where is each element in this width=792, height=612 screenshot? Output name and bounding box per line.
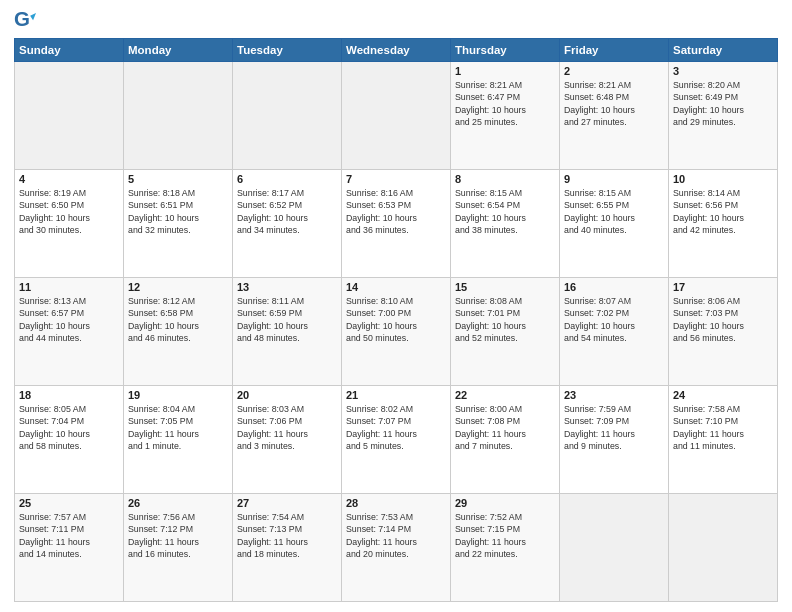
calendar-cell: 5Sunrise: 8:18 AMSunset: 6:51 PMDaylight… <box>124 170 233 278</box>
calendar-cell <box>560 494 669 602</box>
day-info: Sunrise: 8:16 AMSunset: 6:53 PMDaylight:… <box>346 187 446 236</box>
calendar-cell: 22Sunrise: 8:00 AMSunset: 7:08 PMDayligh… <box>451 386 560 494</box>
day-number: 19 <box>128 389 228 401</box>
calendar-cell: 14Sunrise: 8:10 AMSunset: 7:00 PMDayligh… <box>342 278 451 386</box>
day-number: 24 <box>673 389 773 401</box>
weekday-header: Tuesday <box>233 39 342 62</box>
calendar-cell: 25Sunrise: 7:57 AMSunset: 7:11 PMDayligh… <box>15 494 124 602</box>
calendar-week-row: 18Sunrise: 8:05 AMSunset: 7:04 PMDayligh… <box>15 386 778 494</box>
calendar-cell: 19Sunrise: 8:04 AMSunset: 7:05 PMDayligh… <box>124 386 233 494</box>
calendar-cell: 12Sunrise: 8:12 AMSunset: 6:58 PMDayligh… <box>124 278 233 386</box>
calendar-cell: 13Sunrise: 8:11 AMSunset: 6:59 PMDayligh… <box>233 278 342 386</box>
day-info: Sunrise: 8:21 AMSunset: 6:48 PMDaylight:… <box>564 79 664 128</box>
weekday-header: Thursday <box>451 39 560 62</box>
day-info: Sunrise: 8:18 AMSunset: 6:51 PMDaylight:… <box>128 187 228 236</box>
calendar-cell: 21Sunrise: 8:02 AMSunset: 7:07 PMDayligh… <box>342 386 451 494</box>
weekday-header: Friday <box>560 39 669 62</box>
day-info: Sunrise: 8:06 AMSunset: 7:03 PMDaylight:… <box>673 295 773 344</box>
logo: G <box>14 10 40 32</box>
day-number: 1 <box>455 65 555 77</box>
calendar-cell <box>15 62 124 170</box>
day-info: Sunrise: 7:58 AMSunset: 7:10 PMDaylight:… <box>673 403 773 452</box>
calendar-cell: 10Sunrise: 8:14 AMSunset: 6:56 PMDayligh… <box>669 170 778 278</box>
day-number: 26 <box>128 497 228 509</box>
day-number: 12 <box>128 281 228 293</box>
calendar-table: SundayMondayTuesdayWednesdayThursdayFrid… <box>14 38 778 602</box>
svg-text:G: G <box>14 10 30 30</box>
calendar-cell: 7Sunrise: 8:16 AMSunset: 6:53 PMDaylight… <box>342 170 451 278</box>
day-number: 11 <box>19 281 119 293</box>
day-info: Sunrise: 8:17 AMSunset: 6:52 PMDaylight:… <box>237 187 337 236</box>
day-number: 5 <box>128 173 228 185</box>
day-info: Sunrise: 8:04 AMSunset: 7:05 PMDaylight:… <box>128 403 228 452</box>
day-number: 9 <box>564 173 664 185</box>
calendar-week-row: 1Sunrise: 8:21 AMSunset: 6:47 PMDaylight… <box>15 62 778 170</box>
calendar-cell <box>669 494 778 602</box>
day-number: 20 <box>237 389 337 401</box>
day-number: 3 <box>673 65 773 77</box>
day-info: Sunrise: 8:08 AMSunset: 7:01 PMDaylight:… <box>455 295 555 344</box>
day-info: Sunrise: 7:54 AMSunset: 7:13 PMDaylight:… <box>237 511 337 560</box>
day-info: Sunrise: 8:00 AMSunset: 7:08 PMDaylight:… <box>455 403 555 452</box>
day-info: Sunrise: 8:03 AMSunset: 7:06 PMDaylight:… <box>237 403 337 452</box>
day-number: 14 <box>346 281 446 293</box>
logo-icon: G <box>14 10 36 32</box>
day-number: 28 <box>346 497 446 509</box>
calendar-cell: 23Sunrise: 7:59 AMSunset: 7:09 PMDayligh… <box>560 386 669 494</box>
weekday-header: Wednesday <box>342 39 451 62</box>
day-info: Sunrise: 8:14 AMSunset: 6:56 PMDaylight:… <box>673 187 773 236</box>
day-number: 2 <box>564 65 664 77</box>
day-info: Sunrise: 7:52 AMSunset: 7:15 PMDaylight:… <box>455 511 555 560</box>
calendar-cell: 2Sunrise: 8:21 AMSunset: 6:48 PMDaylight… <box>560 62 669 170</box>
calendar-week-row: 25Sunrise: 7:57 AMSunset: 7:11 PMDayligh… <box>15 494 778 602</box>
calendar-cell: 16Sunrise: 8:07 AMSunset: 7:02 PMDayligh… <box>560 278 669 386</box>
day-number: 16 <box>564 281 664 293</box>
calendar-week-row: 11Sunrise: 8:13 AMSunset: 6:57 PMDayligh… <box>15 278 778 386</box>
day-number: 29 <box>455 497 555 509</box>
calendar-cell: 27Sunrise: 7:54 AMSunset: 7:13 PMDayligh… <box>233 494 342 602</box>
weekday-header: Saturday <box>669 39 778 62</box>
calendar-week-row: 4Sunrise: 8:19 AMSunset: 6:50 PMDaylight… <box>15 170 778 278</box>
day-number: 21 <box>346 389 446 401</box>
calendar-cell: 4Sunrise: 8:19 AMSunset: 6:50 PMDaylight… <box>15 170 124 278</box>
calendar-cell: 6Sunrise: 8:17 AMSunset: 6:52 PMDaylight… <box>233 170 342 278</box>
day-number: 6 <box>237 173 337 185</box>
svg-marker-1 <box>30 13 36 20</box>
day-number: 15 <box>455 281 555 293</box>
day-number: 18 <box>19 389 119 401</box>
calendar-cell: 15Sunrise: 8:08 AMSunset: 7:01 PMDayligh… <box>451 278 560 386</box>
day-number: 27 <box>237 497 337 509</box>
calendar-cell: 18Sunrise: 8:05 AMSunset: 7:04 PMDayligh… <box>15 386 124 494</box>
calendar-cell: 20Sunrise: 8:03 AMSunset: 7:06 PMDayligh… <box>233 386 342 494</box>
calendar-cell: 28Sunrise: 7:53 AMSunset: 7:14 PMDayligh… <box>342 494 451 602</box>
weekday-header: Sunday <box>15 39 124 62</box>
day-info: Sunrise: 8:07 AMSunset: 7:02 PMDaylight:… <box>564 295 664 344</box>
calendar-cell <box>233 62 342 170</box>
day-number: 23 <box>564 389 664 401</box>
day-info: Sunrise: 8:10 AMSunset: 7:00 PMDaylight:… <box>346 295 446 344</box>
calendar-cell: 26Sunrise: 7:56 AMSunset: 7:12 PMDayligh… <box>124 494 233 602</box>
header: G <box>14 10 778 32</box>
day-info: Sunrise: 8:15 AMSunset: 6:54 PMDaylight:… <box>455 187 555 236</box>
day-info: Sunrise: 8:11 AMSunset: 6:59 PMDaylight:… <box>237 295 337 344</box>
day-number: 4 <box>19 173 119 185</box>
day-info: Sunrise: 7:53 AMSunset: 7:14 PMDaylight:… <box>346 511 446 560</box>
calendar-cell: 11Sunrise: 8:13 AMSunset: 6:57 PMDayligh… <box>15 278 124 386</box>
day-info: Sunrise: 8:15 AMSunset: 6:55 PMDaylight:… <box>564 187 664 236</box>
calendar-cell: 1Sunrise: 8:21 AMSunset: 6:47 PMDaylight… <box>451 62 560 170</box>
calendar-cell: 17Sunrise: 8:06 AMSunset: 7:03 PMDayligh… <box>669 278 778 386</box>
day-info: Sunrise: 8:20 AMSunset: 6:49 PMDaylight:… <box>673 79 773 128</box>
day-info: Sunrise: 7:56 AMSunset: 7:12 PMDaylight:… <box>128 511 228 560</box>
weekday-header: Monday <box>124 39 233 62</box>
day-info: Sunrise: 8:21 AMSunset: 6:47 PMDaylight:… <box>455 79 555 128</box>
calendar-cell: 3Sunrise: 8:20 AMSunset: 6:49 PMDaylight… <box>669 62 778 170</box>
day-number: 10 <box>673 173 773 185</box>
calendar-cell: 9Sunrise: 8:15 AMSunset: 6:55 PMDaylight… <box>560 170 669 278</box>
calendar-cell <box>342 62 451 170</box>
day-info: Sunrise: 8:13 AMSunset: 6:57 PMDaylight:… <box>19 295 119 344</box>
day-info: Sunrise: 7:59 AMSunset: 7:09 PMDaylight:… <box>564 403 664 452</box>
day-number: 13 <box>237 281 337 293</box>
day-number: 17 <box>673 281 773 293</box>
day-number: 22 <box>455 389 555 401</box>
day-info: Sunrise: 7:57 AMSunset: 7:11 PMDaylight:… <box>19 511 119 560</box>
